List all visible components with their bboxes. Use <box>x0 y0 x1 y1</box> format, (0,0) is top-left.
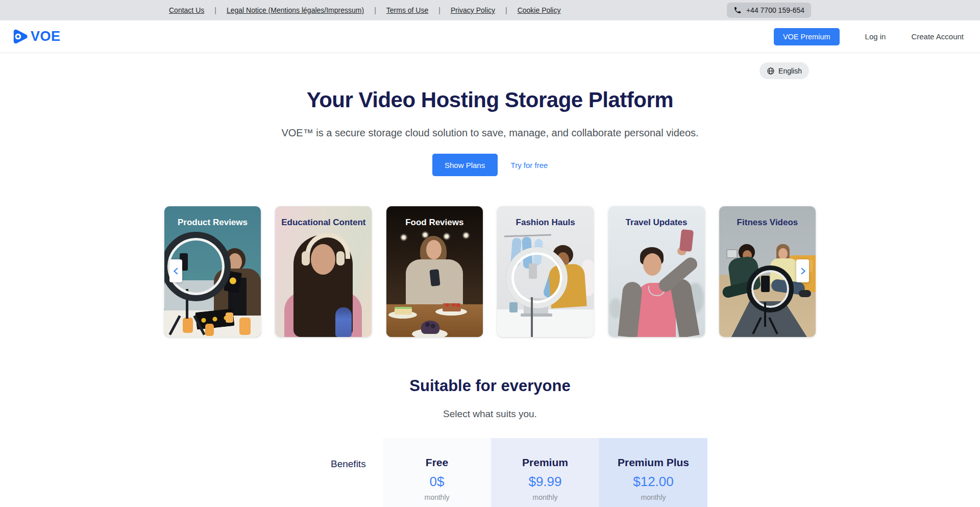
phone-icon <box>733 6 742 14</box>
photo-shape-headphones <box>336 251 345 265</box>
photo-shape-face <box>778 248 788 259</box>
card-label: Food Reviews <box>386 218 483 228</box>
link-cookie-policy[interactable]: Cookie Policy <box>518 6 561 14</box>
hero-subtitle: VOE™ is a secure storage cloud solution … <box>0 127 980 139</box>
link-legal-notice[interactable]: Legal Notice (Mentions légales/Impressum… <box>227 6 364 14</box>
photo-shape-candle <box>239 318 251 335</box>
carousel-prev-button[interactable] <box>169 259 182 282</box>
play-icon <box>11 28 28 45</box>
card-label: Educational Content <box>275 218 372 228</box>
plan-column-premium-plus[interactable]: Premium Plus $12.00 monthly <box>599 438 707 507</box>
globe-icon <box>767 67 775 75</box>
photo-shape-mug <box>509 302 518 312</box>
photo-shape-shoe <box>799 290 811 297</box>
photo-shape-phone <box>761 276 770 292</box>
voe-premium-button[interactable]: VOE Premium <box>774 28 840 45</box>
topbar-inner: Contact Us | Legal Notice (Mentions léga… <box>169 0 811 20</box>
language-selector[interactable]: English <box>760 62 809 79</box>
carousel-card-educational-content[interactable]: Educational Content <box>275 206 372 337</box>
separator: | <box>374 6 376 14</box>
carousel-next-button[interactable] <box>796 259 809 282</box>
topbar-links: Contact Us | Legal Notice (Mentions léga… <box>169 6 560 14</box>
hero-title: Your Video Hosting Storage Platform <box>0 88 980 112</box>
page: Contact Us | Legal Notice (Mentions léga… <box>0 0 980 507</box>
card-label: Fitness Videos <box>719 218 816 228</box>
pricing-subtitle: Select what suits you. <box>0 408 980 420</box>
card-label: Product Reviews <box>164 218 261 228</box>
plan-name: Free <box>383 456 491 469</box>
photo-shape-dessert <box>443 303 461 311</box>
topbar: Contact Us | Legal Notice (Mentions léga… <box>0 0 980 20</box>
benefits-label: Benefits <box>331 438 383 507</box>
photo-shape-laptop <box>521 313 552 317</box>
photo-shape-candle <box>183 318 193 333</box>
link-terms-of-use[interactable]: Terms of Use <box>386 6 428 14</box>
photo-shape-tripod <box>531 297 533 337</box>
phone-number: +44 7700 159-654 <box>746 6 804 14</box>
photo-shape-candle <box>205 324 214 336</box>
try-for-free-link[interactable]: Try for free <box>511 161 548 170</box>
carousel-card-fashion-hauls[interactable]: Fashion Hauls <box>497 206 594 337</box>
header-actions: VOE Premium Log in Create Account <box>774 28 964 45</box>
card-label: Fashion Hauls <box>497 218 594 228</box>
photo-shape-phone <box>429 269 440 286</box>
plan-name: Premium Plus <box>599 456 707 469</box>
plan-period: monthly <box>383 493 491 501</box>
separator: | <box>214 6 216 14</box>
link-contact-us[interactable]: Contact Us <box>169 6 204 14</box>
login-link[interactable]: Log in <box>865 32 886 41</box>
link-privacy-policy[interactable]: Privacy Policy <box>451 6 495 14</box>
photo-shape-face <box>643 253 662 276</box>
photo-shape-ring-light <box>747 265 794 312</box>
chevron-left-icon <box>172 265 181 277</box>
brand-logo[interactable]: VOE <box>11 28 61 45</box>
photo-shape-dessert <box>421 321 439 334</box>
photo-shape-ring-light <box>506 247 568 308</box>
photo-shape-phone <box>529 263 537 279</box>
separator: | <box>438 6 440 14</box>
brand-text: VOE <box>31 29 61 44</box>
plan-period: monthly <box>491 493 599 501</box>
photo-shape-dessert <box>395 307 412 315</box>
plan-name: Premium <box>491 456 599 469</box>
chevron-right-icon <box>798 265 807 277</box>
show-plans-button[interactable]: Show Plans <box>432 154 498 176</box>
pricing-table: Benefits Free 0$ monthly Premium $9.99 m… <box>331 438 707 507</box>
create-account-link[interactable]: Create Account <box>911 32 964 41</box>
phone-badge[interactable]: +44 7700 159-654 <box>727 3 811 18</box>
category-carousel: Product Reviews Educational Content <box>164 206 816 337</box>
photo-shape-phone <box>679 229 693 252</box>
photo-shape-microphone <box>335 307 352 337</box>
language-label: English <box>778 67 802 75</box>
plan-column-premium[interactable]: Premium $9.99 monthly <box>491 438 599 507</box>
carousel-card-travel-updates[interactable]: Travel Updates <box>608 206 705 337</box>
photo-shape-candle <box>226 312 233 323</box>
carousel-card-food-reviews[interactable]: Food Reviews <box>386 206 483 337</box>
card-label: Travel Updates <box>608 218 705 228</box>
plan-price: $9.99 <box>491 474 599 490</box>
plan-price: $12.00 <box>599 474 707 490</box>
plan-price: 0$ <box>383 474 491 490</box>
photo-shape-headphones <box>302 251 310 265</box>
photo-shape-picture-frame <box>726 249 738 258</box>
plan-column-free[interactable]: Free 0$ monthly <box>383 438 491 507</box>
separator: | <box>505 6 507 14</box>
plan-period: monthly <box>599 493 707 501</box>
photo-shape-tripod <box>764 302 766 327</box>
header: VOE VOE Premium Log in Create Account <box>0 20 980 53</box>
photo-shape-face <box>426 240 442 259</box>
hero-cta-row: Show Plans Try for free <box>0 154 980 176</box>
pricing-title: Suitable for everyone <box>0 377 980 395</box>
